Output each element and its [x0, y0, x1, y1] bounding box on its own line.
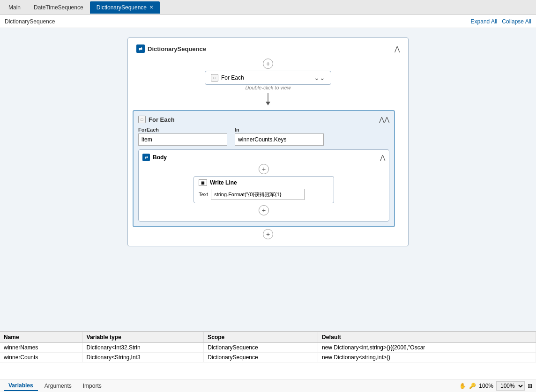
- breadcrumb-bar: DictionarySequence Expand All Collapse A…: [0, 15, 536, 28]
- tab-dictionary-label: DictionarySequence: [97, 4, 147, 11]
- foreach-expanded: □ For Each ⋀⋀ ForEach In: [133, 110, 395, 227]
- body-collapse-icon[interactable]: ⋀: [380, 154, 385, 161]
- foreach-collapsed-hint: Double-click to view: [133, 85, 403, 90]
- foreach-collapsed: □ For Each ⌄⌄: [205, 71, 331, 85]
- table-row: winnerCountsDictionary<String,Int3Dictio…: [0, 353, 536, 362]
- arrow-connector: [133, 93, 403, 107]
- col-name: Name: [0, 332, 82, 343]
- body-header-left: ⇄ Body: [142, 154, 167, 161]
- body-label: Body: [153, 154, 167, 161]
- tab-variables[interactable]: Variables: [4, 381, 38, 391]
- foreach-exp-header-left: □ For Each: [138, 116, 175, 123]
- variables-table: Name Variable type Scope Default winnerN…: [0, 332, 536, 379]
- body-header: ⇄ Body ⋀: [142, 154, 385, 161]
- foreach-exp-header: □ For Each ⋀⋀: [138, 116, 389, 123]
- foreach-exp-label: For Each: [149, 116, 175, 123]
- col-type: Variable type: [82, 332, 204, 343]
- foreach-field-label: ForEach: [138, 127, 227, 133]
- in-field-label: In: [235, 127, 324, 133]
- col-scope: Scope: [204, 332, 318, 343]
- search-icon: 🔑: [469, 383, 476, 389]
- zoom-label: 100%: [479, 383, 493, 389]
- cell-name: winnerNames: [0, 343, 82, 353]
- write-line-label: Write Line: [210, 179, 237, 186]
- foreach-exp-collapse-icon[interactable]: ⋀⋀: [379, 116, 389, 123]
- canvas: ⇄ DictionarySequence ⋀ + □ For Each ⌄⌄ D…: [0, 28, 536, 331]
- workflow: ⇄ DictionarySequence ⋀ + □ For Each ⌄⌄ D…: [123, 37, 413, 300]
- expand-foreach-icon[interactable]: ⌄⌄: [314, 74, 325, 81]
- tab-bar: Main DateTimeSequence DictionarySequence…: [0, 0, 536, 15]
- write-line-icon: ▦: [199, 179, 207, 186]
- foreach-icon-small: □: [211, 74, 218, 81]
- add-activity-top-btn[interactable]: +: [263, 59, 273, 69]
- expand-all-button[interactable]: Expand All: [471, 18, 498, 25]
- tab-close-icon[interactable]: ✕: [149, 5, 153, 10]
- write-line: ▦ Write Line Text: [194, 176, 334, 203]
- body-box: ⇄ Body ⋀ + ▦ Write Line: [138, 149, 389, 222]
- foreach-field-group: ForEach: [138, 127, 227, 146]
- collapse-all-button[interactable]: Collapse All: [502, 18, 531, 25]
- foreach-exp-icon: □: [138, 116, 146, 123]
- foreach-fields: ForEach In: [138, 127, 389, 146]
- foreach-collapsed-left: □ For Each: [211, 74, 244, 81]
- canvas-inner: ⇄ DictionarySequence ⋀ + □ For Each ⌄⌄ D…: [0, 28, 536, 309]
- tab-main[interactable]: Main: [2, 1, 27, 14]
- cell-type: Dictionary<Int32,Strin: [82, 343, 204, 353]
- sequence-icon: ⇄: [136, 44, 145, 53]
- write-line-header: ▦ Write Line: [199, 179, 329, 186]
- text-field-input[interactable]: [211, 189, 305, 200]
- in-field-input[interactable]: [235, 133, 324, 146]
- cell-type: Dictionary<String,Int3: [82, 353, 204, 362]
- breadcrumb-actions: Expand All Collapse All: [471, 18, 531, 25]
- bottom-tab-right: ✋ 🔑 100% 100% 75% 125% 150% ⊞: [459, 381, 532, 391]
- add-activity-bottom-btn[interactable]: +: [263, 229, 273, 239]
- cell-scope: DictionarySequence: [204, 353, 318, 362]
- sequence-header-left: ⇄ DictionarySequence: [136, 44, 206, 53]
- bottom-panel: Name Variable type Scope Default winnerN…: [0, 331, 536, 392]
- tab-imports[interactable]: Imports: [78, 381, 106, 391]
- body-icon: ⇄: [142, 154, 150, 161]
- add-activity-body-bottom-btn[interactable]: +: [259, 205, 269, 215]
- cell-default: new Dictionary<string,int>(): [318, 353, 536, 362]
- cell-name: winnerCounts: [0, 353, 82, 362]
- svg-marker-1: [266, 102, 270, 105]
- cell-default: new Dictionary<int,string>(){{2006,"Osca…: [318, 343, 536, 353]
- fit-page-icon[interactable]: ⊞: [528, 383, 532, 389]
- cell-scope: DictionarySequence: [204, 343, 318, 353]
- breadcrumb-title: DictionarySequence: [5, 18, 55, 25]
- col-default: Default: [318, 332, 536, 343]
- in-field-group: In: [235, 127, 324, 146]
- outer-sequence-box: ⇄ DictionarySequence ⋀ + □ For Each ⌄⌄ D…: [127, 37, 409, 246]
- sequence-header: ⇄ DictionarySequence ⋀: [133, 43, 403, 55]
- foreach-field-input[interactable]: [138, 133, 227, 146]
- sequence-collapse-icon[interactable]: ⋀: [395, 45, 400, 52]
- tab-dictionary[interactable]: DictionarySequence ✕: [90, 1, 160, 14]
- bottom-tabs-bar: Variables Arguments Imports ✋ 🔑 100% 100…: [0, 379, 536, 392]
- write-line-fields: Text: [199, 189, 329, 200]
- add-activity-body-top-btn[interactable]: +: [259, 164, 269, 174]
- zoom-select[interactable]: 100% 75% 125% 150%: [496, 381, 525, 391]
- tab-datetime[interactable]: DateTimeSequence: [27, 1, 90, 14]
- bottom-tab-left: Variables Arguments Imports: [4, 381, 106, 391]
- hand-icon: ✋: [459, 383, 466, 389]
- text-field-label: Text: [199, 192, 208, 197]
- foreach-collapsed-label: For Each: [221, 74, 244, 81]
- table-row: winnerNamesDictionary<Int32,StrinDiction…: [0, 343, 536, 353]
- sequence-title: DictionarySequence: [148, 45, 206, 52]
- tab-arguments[interactable]: Arguments: [40, 381, 76, 391]
